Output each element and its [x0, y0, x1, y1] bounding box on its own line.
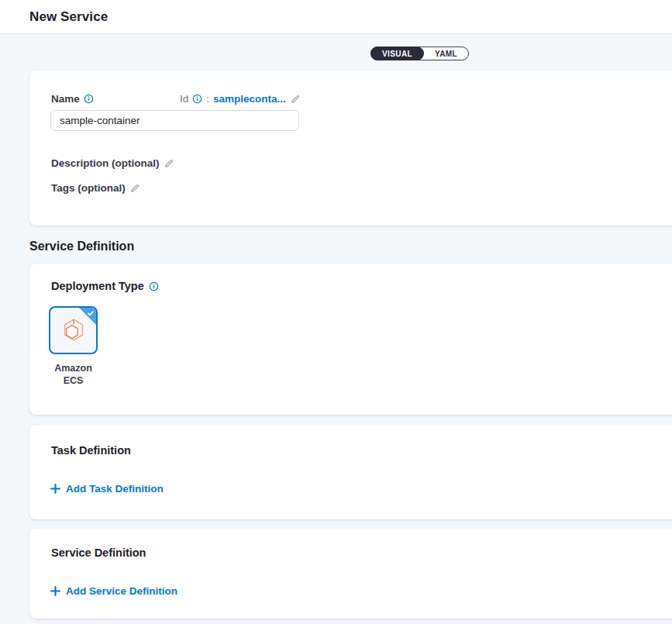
name-label: Name [51, 93, 80, 105]
id-info-icon[interactable] [192, 94, 202, 104]
id-colon: : [206, 93, 209, 105]
name-input[interactable] [50, 110, 299, 131]
page-title: New Service [29, 9, 108, 25]
id-value-link[interactable]: sampleconta... [213, 93, 286, 105]
tab-yaml[interactable]: YAML [424, 47, 468, 60]
amazon-ecs-tile-label: Amazon ECS [49, 362, 98, 387]
deployment-type-info-icon[interactable] [149, 281, 159, 291]
deployment-type-heading: Deployment Type [51, 280, 144, 292]
service-overview-card: Name Id : sampleconta... Description (op… [29, 71, 672, 226]
tags-label: Tags (optional) [51, 182, 126, 194]
tab-visual[interactable]: VISUAL [370, 47, 424, 60]
plus-icon [50, 484, 60, 494]
tags-row: Tags (optional) [51, 182, 140, 194]
name-info-icon[interactable] [84, 94, 94, 104]
id-label: Id [180, 93, 188, 105]
id-edit-pencil-icon[interactable] [290, 94, 301, 105]
check-icon [87, 309, 95, 317]
service-definition-heading: Service Definition [51, 546, 146, 559]
add-service-definition-label: Add Service Definition [66, 585, 177, 597]
deployment-type-heading-row: Deployment Type [51, 280, 159, 292]
id-field-row: Id : sampleconta... [180, 93, 301, 105]
description-edit-pencil-icon[interactable] [164, 158, 174, 169]
amazon-ecs-tile[interactable] [49, 306, 98, 354]
task-definition-heading: Task Definition [51, 444, 131, 457]
plus-icon [50, 586, 60, 596]
tags-edit-pencil-icon[interactable] [129, 183, 140, 194]
service-definition-section-title: Service Definition [29, 240, 134, 253]
description-label: Description (optional) [51, 157, 160, 169]
name-field-row: Name [51, 93, 94, 105]
visual-yaml-toggle: VISUAL YAML [370, 47, 469, 60]
add-service-definition-button[interactable]: Add Service Definition [50, 585, 177, 597]
add-task-definition-button[interactable]: Add Task Definition [50, 483, 164, 495]
add-task-definition-label: Add Task Definition [66, 483, 164, 495]
service-definition-card: Service Definition Add Service Definitio… [29, 529, 672, 619]
page-header: New Service [0, 0, 672, 34]
description-row: Description (optional) [51, 157, 174, 169]
deployment-type-card: Deployment Type Amazon ECS [29, 264, 672, 415]
task-definition-card: Task Definition Add Task Definition [29, 425, 672, 519]
